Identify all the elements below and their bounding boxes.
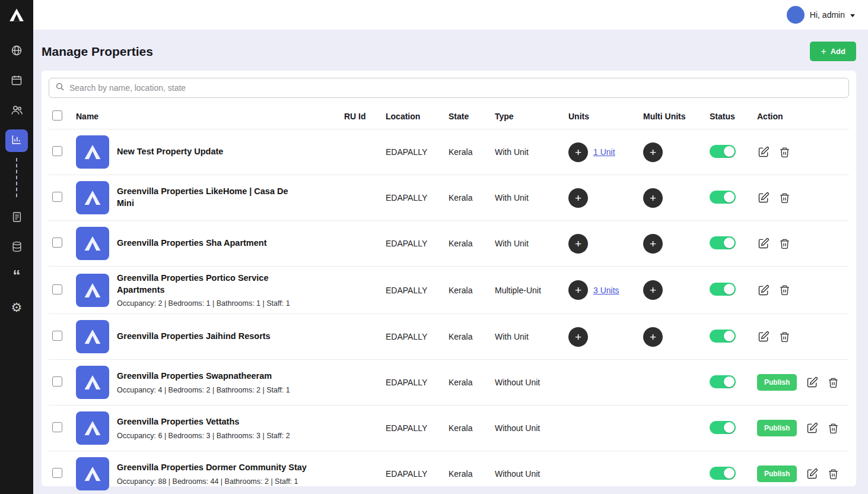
row-checkbox[interactable] bbox=[52, 376, 62, 387]
add-unit-button[interactable]: + bbox=[568, 280, 588, 300]
row-checkbox[interactable] bbox=[52, 192, 62, 202]
add-button[interactable]: + Add bbox=[810, 42, 856, 61]
delete-button[interactable] bbox=[778, 146, 791, 159]
property-details: Occupancy: 88 | Bedrooms: 44 | Bathrooms… bbox=[117, 477, 307, 486]
add-button-label: Add bbox=[831, 47, 845, 56]
app: “ ⚙ Hi, admin Manage Properties + Add bbox=[0, 0, 868, 494]
status-toggle[interactable] bbox=[710, 145, 736, 158]
row-checkbox[interactable] bbox=[52, 284, 62, 294]
toggle-knob bbox=[724, 468, 735, 479]
status-toggle[interactable] bbox=[710, 330, 736, 343]
row-checkbox[interactable] bbox=[52, 331, 62, 341]
add-multi-unit-button[interactable]: + bbox=[643, 327, 663, 347]
state-cell: Kerala bbox=[449, 423, 495, 433]
add-unit-button[interactable]: + bbox=[568, 234, 588, 254]
property-name: Greenvilla Properties Portico Service Ap… bbox=[117, 273, 307, 296]
property-name: Greenvilla Properties Swapnatheeram bbox=[117, 370, 290, 382]
add-unit-button[interactable]: + bbox=[568, 188, 588, 208]
edit-button[interactable] bbox=[806, 468, 818, 480]
status-toggle[interactable] bbox=[710, 375, 736, 388]
delete-button[interactable] bbox=[778, 331, 791, 343]
delete-button[interactable] bbox=[827, 468, 840, 480]
location-cell: EDAPALLY bbox=[386, 378, 449, 387]
delete-button[interactable] bbox=[778, 284, 791, 296]
status-toggle[interactable] bbox=[710, 283, 736, 296]
edit-button[interactable] bbox=[757, 284, 770, 296]
toggle-knob bbox=[724, 146, 735, 157]
mountain-thumbnail-icon bbox=[82, 372, 103, 392]
delete-button[interactable] bbox=[827, 422, 840, 435]
sidebar-item-reports[interactable] bbox=[5, 207, 28, 229]
add-multi-unit-button[interactable]: + bbox=[643, 280, 663, 300]
quote-icon: “ bbox=[13, 273, 21, 282]
sidebar-item-properties[interactable] bbox=[5, 129, 28, 152]
delete-button[interactable] bbox=[778, 238, 791, 250]
publish-button[interactable]: Publish bbox=[757, 466, 797, 482]
sidebar-item-bookings[interactable] bbox=[5, 70, 28, 93]
add-multi-unit-button[interactable]: + bbox=[643, 188, 663, 208]
users-icon bbox=[11, 104, 23, 119]
sidebar-item-settings[interactable]: ⚙ bbox=[5, 296, 28, 318]
delete-button[interactable] bbox=[778, 192, 791, 204]
database-icon bbox=[11, 241, 23, 255]
publish-button[interactable]: Publish bbox=[757, 420, 797, 436]
sidebar-item-dashboard[interactable] bbox=[5, 40, 28, 63]
property-thumbnail bbox=[76, 274, 109, 307]
row-checkbox[interactable] bbox=[52, 422, 62, 432]
edit-button[interactable] bbox=[757, 192, 770, 204]
units-link[interactable]: 1 Unit bbox=[593, 147, 615, 157]
publish-button[interactable]: Publish bbox=[757, 374, 797, 391]
property-thumbnail bbox=[76, 181, 109, 214]
status-toggle[interactable] bbox=[710, 467, 736, 480]
header-state: State bbox=[449, 112, 495, 121]
page-header: Manage Properties + Add bbox=[42, 42, 856, 61]
header-status: Status bbox=[710, 112, 757, 121]
user-menu[interactable]: Hi, admin bbox=[787, 6, 855, 24]
status-toggle[interactable] bbox=[710, 191, 736, 204]
edit-button[interactable] bbox=[757, 146, 770, 159]
sidebar-item-users[interactable] bbox=[5, 100, 28, 122]
search-input[interactable] bbox=[69, 83, 842, 93]
add-multi-unit-button[interactable]: + bbox=[643, 234, 663, 254]
delete-button[interactable] bbox=[827, 376, 840, 389]
add-unit-button[interactable]: + bbox=[568, 142, 588, 162]
topbar: Hi, admin bbox=[33, 0, 868, 30]
state-cell: Kerala bbox=[449, 332, 495, 341]
chart-icon bbox=[11, 134, 23, 148]
document-icon bbox=[11, 211, 23, 225]
table-row: Greenvilla Properties Vettaths Occupancy… bbox=[49, 405, 849, 451]
type-cell: With Unit bbox=[495, 147, 568, 157]
state-cell: Kerala bbox=[449, 378, 495, 387]
property-details: Occupancy: 4 | Bedrooms: 2 | Bathrooms: … bbox=[117, 386, 290, 394]
toggle-knob bbox=[724, 238, 735, 248]
header-ru-id: RU Id bbox=[344, 112, 386, 121]
page-title: Manage Properties bbox=[42, 45, 153, 59]
row-checkbox[interactable] bbox=[52, 468, 62, 478]
type-cell: Multiple-Unit bbox=[495, 286, 568, 295]
units-link[interactable]: 3 Units bbox=[593, 286, 619, 295]
mountain-thumbnail-icon bbox=[82, 188, 103, 208]
add-unit-button[interactable]: + bbox=[568, 327, 588, 347]
main-area: Hi, admin Manage Properties + Add bbox=[33, 0, 868, 494]
sidebar-item-testimonials[interactable]: “ bbox=[5, 266, 28, 289]
location-cell: EDAPALLY bbox=[386, 239, 449, 248]
mountain-thumbnail-icon bbox=[82, 142, 103, 162]
property-thumbnail bbox=[76, 227, 109, 260]
edit-button[interactable] bbox=[757, 238, 770, 250]
select-all-checkbox[interactable] bbox=[52, 110, 62, 121]
table-header-row: Name RU Id Location State Type Units Mul… bbox=[49, 104, 849, 129]
edit-button[interactable] bbox=[757, 331, 770, 343]
edit-button[interactable] bbox=[806, 376, 818, 389]
location-cell: EDAPALLY bbox=[386, 332, 449, 341]
edit-button[interactable] bbox=[806, 422, 818, 435]
sidebar-item-database[interactable] bbox=[5, 236, 28, 259]
mountain-thumbnail-icon bbox=[82, 233, 103, 254]
state-cell: Kerala bbox=[449, 469, 495, 479]
status-toggle[interactable] bbox=[710, 236, 736, 249]
row-checkbox[interactable] bbox=[52, 238, 62, 248]
status-toggle[interactable] bbox=[710, 421, 736, 434]
sidebar-nav: “ ⚙ bbox=[5, 37, 28, 322]
add-multi-unit-button[interactable]: + bbox=[643, 142, 663, 162]
row-checkbox[interactable] bbox=[52, 146, 62, 156]
table-row: Greenvilla Properties Portico Service Ap… bbox=[49, 266, 849, 314]
